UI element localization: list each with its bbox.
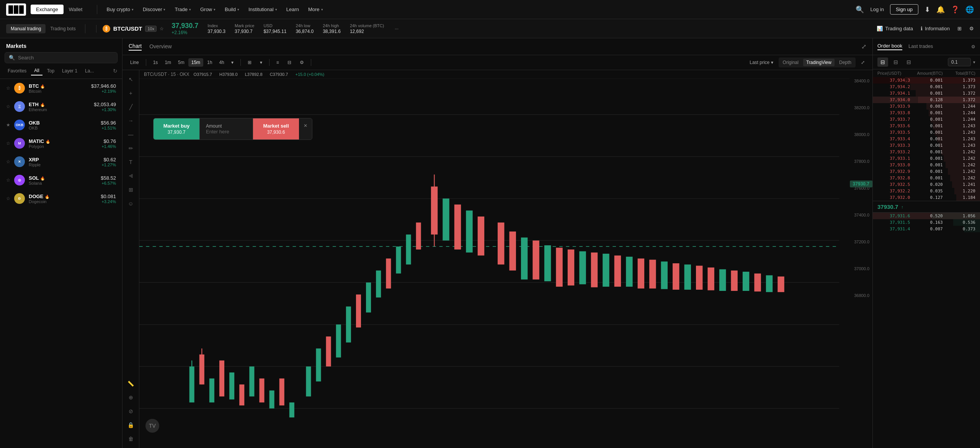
ob-ask-view-btn[interactable]: ⊟ bbox=[890, 57, 901, 67]
list-item[interactable]: ★ OKB OKB OKB $56.96 +1.51% bbox=[0, 116, 122, 134]
indicator-btn[interactable]: ⊞ bbox=[245, 58, 255, 67]
clear-drawings-icon[interactable]: 🗑 bbox=[125, 433, 137, 445]
table-row[interactable]: 37,931.6 0.520 1.056 bbox=[873, 213, 980, 219]
table-row[interactable]: 37,934.1 0.001 1.372 bbox=[873, 90, 980, 97]
help-icon[interactable]: ❓ bbox=[951, 5, 959, 14]
table-row[interactable]: 37,932.0 0.127 1.184 bbox=[873, 194, 980, 201]
pattern-icon[interactable]: ⊞ bbox=[125, 184, 137, 196]
settings-icon[interactable]: ⚙ bbox=[969, 26, 974, 31]
depth-view-btn[interactable]: Depth bbox=[836, 59, 854, 66]
filter-tab-more[interactable]: La... bbox=[82, 67, 97, 75]
table-row[interactable]: 37,933.4 0.001 1.243 bbox=[873, 136, 980, 142]
horizontal-line-icon[interactable]: — bbox=[125, 128, 137, 141]
list-item[interactable]: ☆ Ð DOGE 🔥 Dogecoin $0.081 +3.24% bbox=[0, 189, 122, 208]
leverage-badge[interactable]: 10x bbox=[145, 26, 157, 32]
table-row[interactable]: 37,933.2 0.001 1.242 bbox=[873, 149, 980, 155]
favorite-star-icon[interactable]: ☆ bbox=[160, 26, 164, 31]
list-item[interactable]: ☆ ✕ XRP Ripple $0.62 +1.27% bbox=[0, 153, 122, 171]
search-icon[interactable]: 🔍 bbox=[856, 5, 864, 14]
exchange-tab[interactable]: Exchange bbox=[31, 5, 64, 14]
nav-grow[interactable]: Grow ▾ bbox=[196, 0, 220, 19]
filter-tab-all[interactable]: All bbox=[31, 66, 42, 75]
line-type-btn[interactable]: Line bbox=[127, 58, 142, 67]
trading-bots-btn[interactable]: Trading bots bbox=[46, 24, 80, 33]
manual-trading-btn[interactable]: Manual trading bbox=[6, 24, 46, 33]
cursor-icon[interactable]: ↖ bbox=[125, 73, 137, 85]
refresh-icon[interactable]: ↻ bbox=[113, 68, 118, 74]
star-icon[interactable]: ☆ bbox=[6, 85, 10, 91]
last-price-btn[interactable]: Last price ▾ bbox=[746, 58, 776, 67]
emoji-icon[interactable]: ☺ bbox=[125, 197, 137, 210]
table-row[interactable]: 37,932.5 0.020 1.241 bbox=[873, 181, 980, 188]
table-row[interactable]: 37,932.2 0.035 1.220 bbox=[873, 188, 980, 194]
ob-full-view-btn[interactable]: ⊟ bbox=[877, 57, 888, 67]
fullscreen-btn[interactable]: ⤢ bbox=[858, 58, 868, 67]
market-sell-button[interactable]: Market sell 37,930.6 bbox=[253, 118, 299, 139]
fib-icon[interactable]: ⫷ bbox=[125, 170, 137, 182]
star-icon[interactable]: ☆ bbox=[6, 141, 10, 146]
logo[interactable] bbox=[6, 3, 26, 16]
last-trades-tab[interactable]: Last trades bbox=[908, 43, 933, 50]
market-buy-button[interactable]: Market buy 37,930.7 bbox=[154, 118, 199, 139]
more-stats-btn[interactable]: ··· bbox=[395, 26, 399, 31]
nav-buy-crypto[interactable]: Buy crypto ▾ bbox=[102, 0, 138, 19]
table-row[interactable]: 37,933.3 0.001 1.243 bbox=[873, 142, 980, 149]
list-item[interactable]: ☆ ◎ SOL 🔥 Solana $58.52 +6.57% bbox=[0, 171, 122, 189]
nav-trade[interactable]: Trade ▾ bbox=[170, 0, 195, 19]
table-row[interactable]: 37,933.6 0.001 1.243 bbox=[873, 123, 980, 129]
table-row[interactable]: 37,931.5 0.163 0.536 bbox=[873, 219, 980, 226]
filter-tab-top[interactable]: Top bbox=[44, 67, 57, 75]
trading-pair-label[interactable]: BTC/USDT bbox=[113, 25, 142, 32]
download-icon[interactable]: ⬇ bbox=[924, 5, 930, 14]
table-row[interactable]: 37,931.4 0.007 0.373 bbox=[873, 226, 980, 232]
information-btn[interactable]: ℹ Information bbox=[921, 26, 950, 31]
ruler-icon[interactable]: 📏 bbox=[125, 377, 137, 390]
ob-size-arrow[interactable]: ▾ bbox=[973, 60, 975, 65]
overview-tab[interactable]: Overview bbox=[149, 43, 172, 50]
timeframe-4h[interactable]: 4h bbox=[216, 58, 227, 67]
list-item[interactable]: ☆ ₿ BTC 🔥 Bitcoin $37,946.60 +2.19% bbox=[0, 79, 122, 97]
table-row[interactable]: 37,934.3 0.001 1.373 bbox=[873, 77, 980, 84]
layout-icon[interactable]: ⊞ bbox=[957, 26, 962, 31]
star-icon[interactable]: ★ bbox=[6, 122, 10, 128]
ray-icon[interactable]: → bbox=[125, 115, 137, 127]
login-button[interactable]: Log in bbox=[870, 7, 884, 12]
amount-input-section[interactable]: Amount Enter here bbox=[199, 118, 253, 139]
ob-size-input[interactable] bbox=[948, 58, 971, 66]
table-row[interactable]: 37,934.2 0.001 1.373 bbox=[873, 84, 980, 90]
list-item[interactable]: ☆ M MATIC 🔥 Polygon $0.76 +1.46% bbox=[0, 134, 122, 153]
nav-institutional[interactable]: Institutional ▾ bbox=[244, 0, 282, 19]
filter-tab-favorites[interactable]: Favorites bbox=[5, 67, 29, 75]
chart-style-btn-1[interactable]: ≡ bbox=[273, 58, 282, 67]
lock-drawing-icon[interactable]: 🔒 bbox=[125, 419, 137, 431]
order-book-tab[interactable]: Order book bbox=[877, 43, 902, 50]
star-icon[interactable]: ☆ bbox=[6, 159, 10, 164]
table-row[interactable]: 37,933.7 0.001 1.244 bbox=[873, 116, 980, 123]
table-row[interactable]: 37,933.1 0.001 1.242 bbox=[873, 155, 980, 162]
table-row[interactable]: 37,933.5 0.001 1.243 bbox=[873, 129, 980, 136]
zoom-plus-icon[interactable]: ⊕ bbox=[125, 391, 137, 404]
tradingview-view-btn[interactable]: TradingView bbox=[803, 59, 835, 66]
table-row[interactable]: 37,934.0 0.128 1.372 bbox=[873, 97, 980, 103]
timeframe-1s[interactable]: 1s bbox=[150, 58, 161, 67]
settings-chart-btn[interactable]: ⚙ bbox=[297, 58, 307, 67]
table-row[interactable]: 37,933.0 0.001 1.242 bbox=[873, 162, 980, 168]
table-row[interactable]: 37,933.9 0.001 1.244 bbox=[873, 103, 980, 110]
filter-tab-layer1[interactable]: Layer 1 bbox=[59, 67, 80, 75]
crosshair-icon[interactable]: + bbox=[125, 87, 137, 99]
trading-data-btn[interactable]: 📊 Trading data bbox=[877, 26, 913, 31]
star-icon[interactable]: ☆ bbox=[6, 104, 10, 109]
timeframe-15m[interactable]: 15m bbox=[188, 58, 203, 67]
chart-style-btn-2[interactable]: ⊟ bbox=[284, 58, 294, 67]
timeframe-1m[interactable]: 1m bbox=[162, 58, 174, 67]
timeframe-more[interactable]: ▾ bbox=[228, 58, 237, 67]
chart-tab[interactable]: Chart bbox=[129, 43, 142, 51]
signup-button[interactable]: Sign up bbox=[890, 4, 918, 15]
magnet-icon[interactable]: ⊘ bbox=[125, 405, 137, 417]
wallet-tab[interactable]: Wallet bbox=[64, 5, 88, 14]
list-item[interactable]: ☆ Ξ ETH 🔥 Ethereum $2,053.49 +1.30% bbox=[0, 97, 122, 116]
nav-discover[interactable]: Discover ▾ bbox=[138, 0, 170, 19]
original-view-btn[interactable]: Original bbox=[780, 59, 802, 66]
bell-icon[interactable]: 🔔 bbox=[936, 5, 945, 14]
trendline-icon[interactable]: ╱ bbox=[125, 101, 137, 113]
